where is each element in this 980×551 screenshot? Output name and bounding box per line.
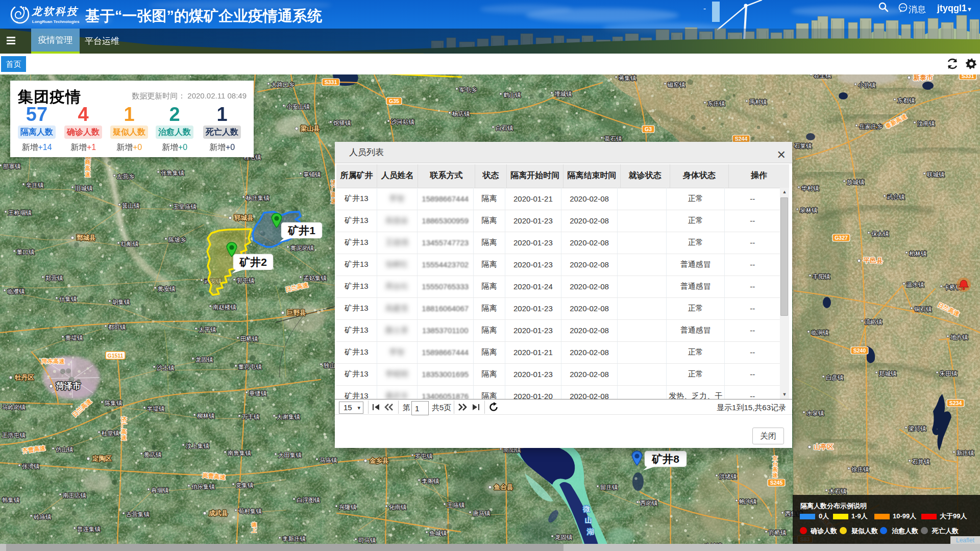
svg-text:东庄镇: 东庄镇 [707,101,725,107]
svg-text:徐庄镇: 徐庄镇 [851,466,869,472]
svg-text:白浮图镇: 白浮图镇 [297,497,321,503]
svg-text:临涧镇: 临涧镇 [811,330,829,336]
svg-text:张湾镇: 张湾镇 [22,463,40,469]
svg-text:马庙镇: 马庙镇 [320,457,337,463]
svg-text:章缝镇: 章缝镇 [249,390,267,396]
svg-text:郑城镇: 郑城镇 [879,370,897,377]
svg-text:菏泽市: 菏泽市 [56,381,81,390]
svg-text:矿井8: 矿井8 [651,453,679,465]
svg-text:S331: S331 [325,79,337,85]
svg-text:张鲁集镇: 张鲁集镇 [161,170,185,176]
svg-text:箕山镇: 箕山镇 [122,203,140,209]
svg-text:万丰镇: 万丰镇 [242,414,260,420]
svg-text:谷里镇: 谷里镇 [814,74,831,79]
svg-text:牡丹区: 牡丹区 [14,374,34,381]
svg-text:S240: S240 [853,347,866,354]
svg-text:田桥镇: 田桥镇 [240,336,258,342]
svg-text:太平镇: 太平镇 [199,327,216,333]
svg-text:联城镇: 联城镇 [927,171,945,178]
svg-text:平邑县: 平邑县 [863,257,883,264]
svg-text:王庙镇: 王庙镇 [447,502,465,508]
svg-text:大路口乡: 大路口乡 [271,82,295,88]
svg-text:黄泥岗镇: 黄泥岗镇 [290,245,314,251]
svg-text:G1511: G1511 [108,353,124,359]
svg-text:龙固镇: 龙固镇 [555,534,573,540]
svg-text:鹤山镇: 鹤山镇 [503,92,521,98]
svg-text:鲍沟镇: 鲍沟镇 [739,498,757,505]
svg-text:放城镇: 放城镇 [847,179,865,185]
svg-text:鱼台县: 鱼台县 [494,484,513,491]
svg-text:新泰市: 新泰市 [913,74,933,81]
svg-text:东都镇: 东都镇 [897,97,915,104]
svg-text:山亭区: 山亭区 [814,443,834,450]
svg-text:G35: G35 [389,98,399,104]
svg-text:堙城镇: 堙城镇 [554,91,572,97]
svg-text:丰阳镇: 丰阳镇 [813,273,830,280]
svg-text:沙土镇: 沙土镇 [157,364,175,371]
svg-text:砖庙镇: 砖庙镇 [34,514,52,520]
svg-text:鄄城县: 鄄城县 [77,234,96,241]
svg-text:都司镇: 都司镇 [108,324,126,330]
svg-text:济广高速: 济广高速 [120,416,127,441]
svg-text:铜石镇: 铜石镇 [914,306,932,312]
svg-text:部寨镇: 部寨镇 [3,163,21,169]
svg-text:临濮镇: 临濮镇 [7,288,25,294]
svg-text:陈坡乡: 陈坡乡 [168,237,186,243]
svg-text:石井镇: 石井镇 [912,459,930,465]
svg-text:韩集镇: 韩集镇 [2,497,20,503]
svg-text:李阁镇: 李阁镇 [422,478,439,484]
svg-text:S244: S244 [735,136,748,142]
svg-text:矿井2: 矿井2 [239,256,267,268]
svg-text:郭屯镇: 郭屯镇 [237,278,255,284]
svg-text:G3: G3 [645,126,652,132]
svg-text:南王店镇: 南王店镇 [63,492,87,498]
svg-text:旧城镇: 旧城镇 [75,185,93,191]
svg-text:龙固镇: 龙固镇 [195,357,213,363]
svg-text:古营集镇: 古营集镇 [126,511,150,517]
svg-text:新庄镇: 新庄镇 [957,450,974,456]
svg-text:左营乡: 左营乡 [117,173,135,180]
svg-text:黄安镇: 黄安镇 [158,286,176,292]
svg-text:留庄镇: 留庄镇 [600,484,618,490]
svg-text:水泉镇: 水泉镇 [806,410,824,416]
svg-text:成武县: 成武县 [208,510,228,517]
svg-text:汶南镇: 汶南镇 [917,120,935,127]
svg-text:掌铺镇: 掌铺镇 [303,171,321,178]
svg-text:岳家庄乡: 岳家庄乡 [859,123,883,130]
svg-text:石莱镇: 石莱镇 [794,143,812,149]
svg-text:G327: G327 [835,235,848,241]
svg-text:菏东高速: 菏东高速 [41,358,65,364]
svg-text:普连集镇: 普连集镇 [77,526,101,532]
svg-text:马岭岗镇: 马岭岗镇 [2,404,26,410]
svg-text:司马镇: 司马镇 [358,537,376,543]
svg-text:柳林镇: 柳林镇 [197,413,215,419]
svg-text:半堤镇: 半堤镇 [147,406,165,412]
svg-text:陈集镇: 陈集镇 [105,400,122,406]
svg-text:馆驿镇: 馆驿镇 [333,120,351,126]
svg-text:沙河站镇: 沙河站镇 [391,118,415,125]
svg-text:柏林镇: 柏林镇 [909,251,927,257]
svg-text:黄堤镇: 黄堤镇 [65,335,83,341]
svg-text:白石镇: 白石镇 [496,125,513,131]
svg-text:罗屯镇: 罗屯镇 [415,453,433,459]
svg-text:杨庄集镇: 杨庄集镇 [246,195,270,201]
svg-text:S234: S234 [949,400,962,406]
svg-text:鱼城镇: 鱼城镇 [429,530,447,536]
svg-text:白彦镇: 白彦镇 [826,374,844,381]
svg-text:矿井1: 矿井1 [287,224,315,236]
svg-text:金乡县: 金乡县 [369,457,389,464]
svg-text:汶上集镇: 汶上集镇 [186,443,210,449]
svg-text:辛庄镇: 辛庄镇 [26,182,44,188]
svg-text:党集镇: 党集镇 [236,482,254,488]
svg-text:郑营镇: 郑营镇 [45,275,63,281]
svg-text:董口镇: 董口镇 [17,249,35,255]
svg-text:黄店镇: 黄店镇 [144,452,162,458]
svg-text:流峪镇: 流峪镇 [865,319,883,325]
svg-text:官桥镇: 官桥镇 [769,530,787,536]
svg-text:武台镇: 武台镇 [887,194,905,200]
svg-text:南赵楼镇: 南赵楼镇 [213,304,237,310]
svg-text:木石镇: 木石镇 [828,488,847,494]
svg-text:磁窑镇: 磁窑镇 [667,82,685,88]
svg-text:郓城县: 郓城县 [234,214,254,221]
svg-text:李新庄镇: 李新庄镇 [282,536,306,542]
